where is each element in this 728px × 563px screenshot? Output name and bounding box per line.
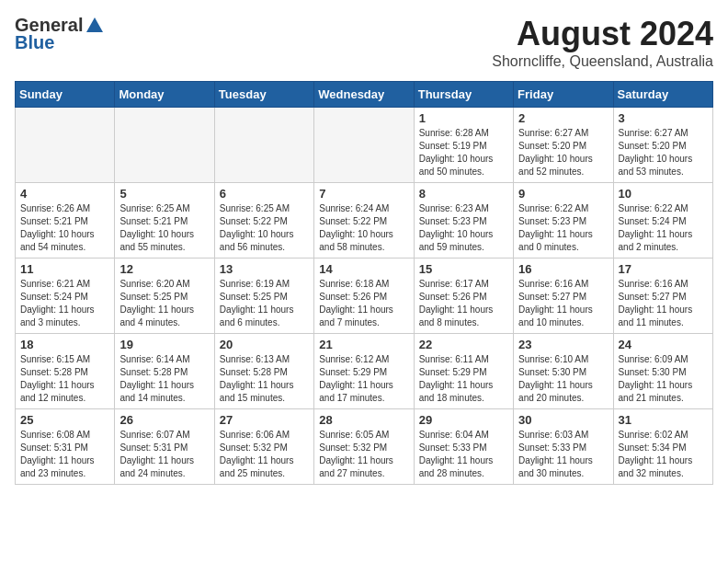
location-subtitle: Shorncliffe, Queensland, Australia bbox=[492, 53, 713, 70]
day-info: Sunrise: 6:11 AM Sunset: 5:29 PM Dayligh… bbox=[419, 353, 508, 405]
day-info: Sunrise: 6:02 AM Sunset: 5:34 PM Dayligh… bbox=[619, 429, 708, 480]
day-number: 16 bbox=[518, 262, 608, 276]
day-number: 25 bbox=[20, 413, 109, 427]
day-number: 20 bbox=[220, 338, 309, 351]
day-number: 12 bbox=[119, 262, 209, 276]
day-number: 30 bbox=[518, 413, 608, 427]
calendar-cell: 23Sunrise: 6:10 AM Sunset: 5:30 PM Dayli… bbox=[514, 334, 613, 409]
day-number: 24 bbox=[619, 338, 708, 351]
day-number: 14 bbox=[319, 262, 408, 276]
day-info: Sunrise: 6:09 AM Sunset: 5:30 PM Dayligh… bbox=[619, 353, 708, 405]
day-info: Sunrise: 6:18 AM Sunset: 5:26 PM Dayligh… bbox=[319, 278, 408, 329]
day-info: Sunrise: 6:19 AM Sunset: 5:25 PM Dayligh… bbox=[220, 278, 309, 329]
calendar-cell bbox=[314, 108, 414, 183]
calendar-cell: 20Sunrise: 6:13 AM Sunset: 5:28 PM Dayli… bbox=[214, 334, 313, 409]
day-info: Sunrise: 6:28 AM Sunset: 5:19 PM Dayligh… bbox=[419, 127, 508, 178]
day-info: Sunrise: 6:04 AM Sunset: 5:33 PM Dayligh… bbox=[419, 429, 508, 480]
logo-icon bbox=[85, 16, 105, 36]
calendar-cell: 19Sunrise: 6:14 AM Sunset: 5:28 PM Dayli… bbox=[115, 334, 214, 409]
calendar-cell: 8Sunrise: 6:23 AM Sunset: 5:23 PM Daylig… bbox=[414, 183, 513, 259]
header: General Blue August 2024 Shorncliffe, Qu… bbox=[15, 15, 713, 70]
day-number: 11 bbox=[20, 262, 109, 276]
day-number: 2 bbox=[518, 111, 608, 125]
day-number: 26 bbox=[119, 413, 209, 427]
day-number: 7 bbox=[319, 187, 408, 201]
day-info: Sunrise: 6:22 AM Sunset: 5:23 PM Dayligh… bbox=[518, 202, 608, 254]
day-header-monday: Monday bbox=[115, 82, 214, 108]
day-info: Sunrise: 6:03 AM Sunset: 5:33 PM Dayligh… bbox=[518, 429, 608, 480]
logo: General Blue bbox=[15, 15, 105, 53]
day-info: Sunrise: 6:10 AM Sunset: 5:30 PM Dayligh… bbox=[518, 353, 608, 405]
calendar-cell: 25Sunrise: 6:08 AM Sunset: 5:31 PM Dayli… bbox=[16, 409, 115, 485]
day-header-tuesday: Tuesday bbox=[214, 82, 313, 108]
calendar-cell bbox=[16, 108, 115, 183]
day-header-wednesday: Wednesday bbox=[314, 82, 414, 108]
title-area: August 2024 Shorncliffe, Queensland, Aus… bbox=[492, 15, 713, 70]
day-header-friday: Friday bbox=[514, 82, 613, 108]
day-number: 13 bbox=[220, 262, 309, 276]
day-info: Sunrise: 6:16 AM Sunset: 5:27 PM Dayligh… bbox=[518, 278, 608, 329]
day-number: 8 bbox=[419, 187, 508, 201]
day-number: 22 bbox=[419, 338, 508, 351]
calendar-cell: 13Sunrise: 6:19 AM Sunset: 5:25 PM Dayli… bbox=[214, 259, 313, 334]
calendar-cell: 6Sunrise: 6:25 AM Sunset: 5:22 PM Daylig… bbox=[214, 183, 313, 259]
calendar-cell bbox=[214, 108, 313, 183]
calendar-cell: 22Sunrise: 6:11 AM Sunset: 5:29 PM Dayli… bbox=[414, 334, 513, 409]
calendar-cell: 21Sunrise: 6:12 AM Sunset: 5:29 PM Dayli… bbox=[314, 334, 414, 409]
calendar-cell: 17Sunrise: 6:16 AM Sunset: 5:27 PM Dayli… bbox=[613, 259, 712, 334]
calendar-cell: 9Sunrise: 6:22 AM Sunset: 5:23 PM Daylig… bbox=[514, 183, 613, 259]
day-header-thursday: Thursday bbox=[414, 82, 513, 108]
calendar-cell: 7Sunrise: 6:24 AM Sunset: 5:22 PM Daylig… bbox=[314, 183, 414, 259]
day-info: Sunrise: 6:06 AM Sunset: 5:32 PM Dayligh… bbox=[220, 429, 309, 480]
day-info: Sunrise: 6:17 AM Sunset: 5:26 PM Dayligh… bbox=[419, 278, 508, 329]
day-number: 19 bbox=[119, 338, 209, 351]
day-info: Sunrise: 6:25 AM Sunset: 5:21 PM Dayligh… bbox=[119, 202, 209, 254]
day-info: Sunrise: 6:08 AM Sunset: 5:31 PM Dayligh… bbox=[20, 429, 109, 480]
day-info: Sunrise: 6:07 AM Sunset: 5:31 PM Dayligh… bbox=[119, 429, 209, 480]
calendar-cell: 10Sunrise: 6:22 AM Sunset: 5:24 PM Dayli… bbox=[613, 183, 712, 259]
day-number: 5 bbox=[119, 187, 209, 201]
day-info: Sunrise: 6:21 AM Sunset: 5:24 PM Dayligh… bbox=[20, 278, 109, 329]
day-info: Sunrise: 6:23 AM Sunset: 5:23 PM Dayligh… bbox=[419, 202, 508, 254]
day-info: Sunrise: 6:12 AM Sunset: 5:29 PM Dayligh… bbox=[319, 353, 408, 405]
calendar-cell: 31Sunrise: 6:02 AM Sunset: 5:34 PM Dayli… bbox=[613, 409, 712, 485]
day-info: Sunrise: 6:14 AM Sunset: 5:28 PM Dayligh… bbox=[119, 353, 209, 405]
calendar-week-row: 11Sunrise: 6:21 AM Sunset: 5:24 PM Dayli… bbox=[16, 259, 713, 334]
calendar-cell: 12Sunrise: 6:20 AM Sunset: 5:25 PM Dayli… bbox=[115, 259, 214, 334]
calendar-cell: 27Sunrise: 6:06 AM Sunset: 5:32 PM Dayli… bbox=[214, 409, 313, 485]
day-number: 1 bbox=[419, 111, 508, 125]
day-info: Sunrise: 6:26 AM Sunset: 5:21 PM Dayligh… bbox=[20, 202, 109, 254]
calendar-cell: 15Sunrise: 6:17 AM Sunset: 5:26 PM Dayli… bbox=[414, 259, 513, 334]
day-info: Sunrise: 6:20 AM Sunset: 5:25 PM Dayligh… bbox=[119, 278, 209, 329]
calendar-cell: 18Sunrise: 6:15 AM Sunset: 5:28 PM Dayli… bbox=[16, 334, 115, 409]
calendar-cell: 3Sunrise: 6:27 AM Sunset: 5:20 PM Daylig… bbox=[613, 108, 712, 183]
calendar-cell bbox=[115, 108, 214, 183]
calendar-cell: 2Sunrise: 6:27 AM Sunset: 5:20 PM Daylig… bbox=[514, 108, 613, 183]
day-info: Sunrise: 6:27 AM Sunset: 5:20 PM Dayligh… bbox=[518, 127, 608, 178]
day-number: 4 bbox=[20, 187, 109, 201]
day-number: 17 bbox=[619, 262, 708, 276]
day-number: 9 bbox=[518, 187, 608, 201]
day-number: 29 bbox=[419, 413, 508, 427]
day-number: 18 bbox=[20, 338, 109, 351]
day-number: 3 bbox=[619, 111, 708, 125]
calendar-cell: 29Sunrise: 6:04 AM Sunset: 5:33 PM Dayli… bbox=[414, 409, 513, 485]
day-info: Sunrise: 6:22 AM Sunset: 5:24 PM Dayligh… bbox=[619, 202, 708, 254]
calendar-table: SundayMondayTuesdayWednesdayThursdayFrid… bbox=[15, 81, 713, 485]
day-header-saturday: Saturday bbox=[613, 82, 712, 108]
day-info: Sunrise: 6:27 AM Sunset: 5:20 PM Dayligh… bbox=[619, 127, 708, 178]
calendar-header-row: SundayMondayTuesdayWednesdayThursdayFrid… bbox=[16, 82, 713, 108]
day-number: 31 bbox=[619, 413, 708, 427]
day-info: Sunrise: 6:15 AM Sunset: 5:28 PM Dayligh… bbox=[20, 353, 109, 405]
day-info: Sunrise: 6:13 AM Sunset: 5:28 PM Dayligh… bbox=[220, 353, 309, 405]
day-number: 21 bbox=[319, 338, 408, 351]
calendar-cell: 4Sunrise: 6:26 AM Sunset: 5:21 PM Daylig… bbox=[16, 183, 115, 259]
day-number: 27 bbox=[220, 413, 309, 427]
calendar-week-row: 25Sunrise: 6:08 AM Sunset: 5:31 PM Dayli… bbox=[16, 409, 713, 485]
day-info: Sunrise: 6:25 AM Sunset: 5:22 PM Dayligh… bbox=[220, 202, 309, 254]
calendar-cell: 30Sunrise: 6:03 AM Sunset: 5:33 PM Dayli… bbox=[514, 409, 613, 485]
calendar-cell: 16Sunrise: 6:16 AM Sunset: 5:27 PM Dayli… bbox=[514, 259, 613, 334]
day-info: Sunrise: 6:24 AM Sunset: 5:22 PM Dayligh… bbox=[319, 202, 408, 254]
calendar-cell: 5Sunrise: 6:25 AM Sunset: 5:21 PM Daylig… bbox=[115, 183, 214, 259]
calendar-cell: 28Sunrise: 6:05 AM Sunset: 5:32 PM Dayli… bbox=[314, 409, 414, 485]
